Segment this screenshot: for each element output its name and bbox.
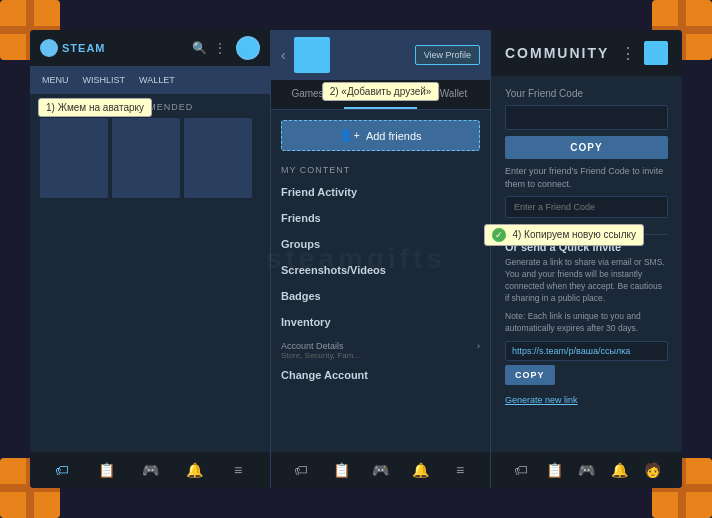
- mid-bottom-game-icon[interactable]: 🎮: [372, 462, 388, 478]
- featured-card-3: [184, 118, 252, 198]
- back-button[interactable]: ‹: [281, 47, 286, 63]
- community-avatar[interactable]: [644, 41, 668, 65]
- annotation-4: ✓ 4) Копируем новую ссылку: [484, 224, 644, 246]
- search-icon[interactable]: 🔍: [192, 41, 206, 55]
- community-header: COMMUNITY ⋮: [491, 30, 682, 76]
- right-panel: COMMUNITY ⋮ Your Friend Code COPY Enter …: [490, 30, 682, 488]
- account-details-label: Account Details: [281, 341, 360, 351]
- right-bottom-nav: 🏷 📋 🎮 🔔 🧑: [491, 452, 682, 488]
- mid-bottom-menu-icon[interactable]: ≡: [452, 462, 468, 478]
- add-friends-icon: 👤+: [339, 129, 359, 142]
- profile-header: ‹ View Profile: [271, 30, 490, 80]
- friend-code-input[interactable]: [505, 105, 668, 130]
- left-bottom-nav: 🏷 📋 🎮 🔔 ≡: [30, 452, 270, 488]
- menu-account-details[interactable]: Account Details Store, Security, Fam... …: [271, 335, 490, 362]
- menu-friends[interactable]: Friends: [271, 205, 490, 231]
- add-friends-label: Add friends: [366, 130, 422, 142]
- nav-wallet[interactable]: WALLET: [133, 71, 181, 89]
- featured-section: FEATURED & RECOMMENDED: [30, 94, 270, 452]
- right-bottom-game-icon[interactable]: 🎮: [578, 462, 594, 478]
- checkmark-icon: ✓: [492, 228, 506, 242]
- annotation-2: 2) «Добавить друзей»: [322, 82, 440, 101]
- steam-logo: STEAM: [40, 39, 106, 57]
- my-content-label: MY CONTENT: [271, 161, 490, 179]
- link-url: https://s.team/p/ваша/ссылка: [505, 341, 668, 361]
- profile-avatar: [294, 37, 330, 73]
- copy-button-2[interactable]: COPY: [505, 365, 555, 385]
- friend-code-title: Your Friend Code: [505, 88, 668, 99]
- header-icons: 🔍 ⋮: [192, 36, 260, 60]
- right-bottom-bell-icon[interactable]: 🔔: [611, 462, 627, 478]
- avatar[interactable]: [236, 36, 260, 60]
- steam-header: STEAM 🔍 ⋮: [30, 30, 270, 66]
- right-bottom-user-icon[interactable]: 🧑: [644, 462, 660, 478]
- right-bottom-tag-icon[interactable]: 🏷: [513, 462, 529, 478]
- annotation-1: 1) Жмем на аватарку: [38, 98, 152, 117]
- generate-new-link-button[interactable]: Generate new link: [505, 395, 578, 405]
- middle-panel: ‹ View Profile 2) «Добавить друзей» Game…: [270, 30, 490, 488]
- copy-button-1[interactable]: COPY: [505, 136, 668, 159]
- bottom-game-icon[interactable]: 🎮: [142, 462, 158, 478]
- community-title: COMMUNITY: [505, 45, 609, 61]
- menu-screenshots[interactable]: Screenshots/Videos: [271, 257, 490, 283]
- menu-change-account[interactable]: Change Account: [271, 362, 490, 388]
- copy-row: COPY: [505, 365, 668, 385]
- nav-menu[interactable]: MENU: [36, 71, 75, 89]
- nav-wishlist[interactable]: WISHLIST: [77, 71, 132, 89]
- helper-text-1: Enter your friend's Friend Code to invit…: [505, 165, 668, 190]
- view-profile-button[interactable]: View Profile: [415, 45, 480, 65]
- expire-text: Note: Each link is unique to you and aut…: [505, 311, 668, 335]
- chevron-right-icon: ›: [477, 341, 480, 360]
- account-sub-text: Store, Security, Fam...: [281, 351, 360, 360]
- left-panel: STEAM 🔍 ⋮ MENU WISHLIST WALLET 1) Жмем н…: [30, 30, 270, 488]
- menu-badges[interactable]: Badges: [271, 283, 490, 309]
- menu-friend-activity[interactable]: Friend Activity: [271, 179, 490, 205]
- menu-inventory[interactable]: Inventory: [271, 309, 490, 335]
- menu-items: Friend Activity Friends Groups Screensho…: [271, 179, 490, 452]
- steam-text: STEAM: [62, 42, 106, 54]
- add-friends-button[interactable]: 👤+ Add friends: [281, 120, 480, 151]
- mid-bottom-bell-icon[interactable]: 🔔: [412, 462, 428, 478]
- right-bottom-list-icon[interactable]: 📋: [546, 462, 562, 478]
- steam-nav: MENU WISHLIST WALLET: [30, 66, 270, 94]
- middle-bottom-nav: 🏷 📋 🎮 🔔 ≡: [271, 452, 490, 488]
- menu-groups[interactable]: Groups: [271, 231, 490, 257]
- steam-icon: [40, 39, 58, 57]
- mid-bottom-list-icon[interactable]: 📋: [333, 462, 349, 478]
- more-icon[interactable]: ⋮: [214, 41, 228, 55]
- link-row: https://s.team/p/ваша/ссылка: [505, 341, 668, 361]
- featured-card-2: [112, 118, 180, 198]
- bottom-bell-icon[interactable]: 🔔: [186, 462, 202, 478]
- bottom-list-icon[interactable]: 📋: [98, 462, 114, 478]
- community-content: Your Friend Code COPY Enter your friend'…: [491, 76, 682, 452]
- enter-code-input[interactable]: [505, 196, 668, 218]
- bottom-menu-icon[interactable]: ≡: [230, 462, 246, 478]
- mid-bottom-tag-icon[interactable]: 🏷: [293, 462, 309, 478]
- featured-card-1: [40, 118, 108, 198]
- main-container: STEAM 🔍 ⋮ MENU WISHLIST WALLET 1) Жмем н…: [30, 30, 682, 488]
- community-header-right: ⋮: [620, 41, 668, 65]
- featured-cards: [40, 118, 260, 198]
- community-menu-icon[interactable]: ⋮: [620, 44, 636, 63]
- quick-invite-desc: Generate a link to share via email or SM…: [505, 257, 668, 305]
- bottom-tag-icon[interactable]: 🏷: [54, 462, 70, 478]
